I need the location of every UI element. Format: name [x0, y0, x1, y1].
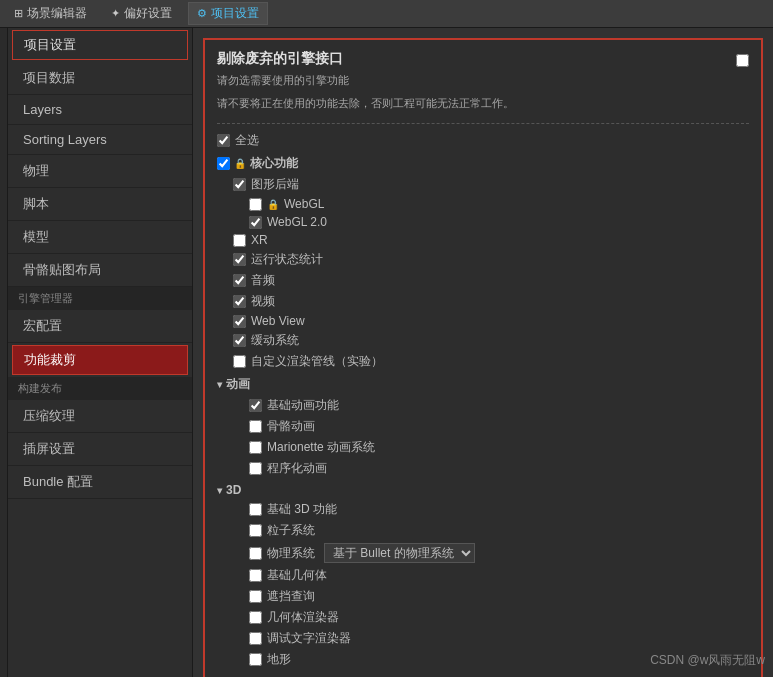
sidebar-label-layers: Layers [23, 102, 62, 117]
label-webview: Web View [251, 314, 305, 328]
check-item-webgl: 🔒 WebGL [217, 195, 749, 213]
label-video: 视频 [251, 293, 275, 310]
check-item-video: 视频 [217, 291, 749, 312]
checkbox-graphics-backend[interactable] [233, 178, 246, 191]
sidebar-item-feature-clipping[interactable]: 功能裁剪 [12, 345, 188, 375]
check-item-skeleton-animation: 骨骼动画 [217, 416, 749, 437]
project-settings-tab[interactable]: ⚙ 项目设置 [188, 2, 268, 25]
checkbox-tween[interactable] [233, 334, 246, 347]
label-skeleton-animation: 骨骼动画 [267, 418, 315, 435]
sidebar-item-physics[interactable]: 物理 [8, 155, 192, 188]
chevron-animation: ▾ [217, 379, 222, 390]
sidebar-label-script: 脚本 [23, 196, 49, 211]
label-debug-text-renderer: 调试文字渲染器 [267, 630, 351, 647]
checkbox-core-feature[interactable] [217, 157, 230, 170]
checkbox-select-all[interactable] [217, 134, 230, 147]
scene-editor-label: 场景编辑器 [27, 5, 87, 22]
checkbox-webgl[interactable] [249, 198, 262, 211]
check-item-webview: Web View [217, 312, 749, 330]
scene-editor-tab[interactable]: ⊞ 场景编辑器 [6, 3, 95, 24]
section-core-feature: 🔒 核心功能 [217, 151, 749, 174]
checkbox-audio[interactable] [233, 274, 246, 287]
main-layout: 项目设置 项目数据 Layers Sorting Layers 物理 脚本 模型… [0, 28, 773, 677]
checkbox-basic-animation[interactable] [249, 399, 262, 412]
label-physics-system: 物理系统 [267, 545, 315, 562]
section-animation: ▾ 动画 [217, 372, 749, 395]
sidebar-item-compress-texture[interactable]: 压缩纹理 [8, 400, 192, 433]
checkbox-basic-geometry[interactable] [249, 569, 262, 582]
check-item-runtime-stats: 运行状态统计 [217, 249, 749, 270]
sidebar-item-project-settings[interactable]: 项目设置 [12, 30, 188, 60]
label-runtime-stats: 运行状态统计 [251, 251, 323, 268]
sidebar-item-layers[interactable]: Layers [8, 95, 192, 125]
section-3d: ▾ 3D [217, 479, 749, 499]
label-particle-system: 粒子系统 [267, 522, 315, 539]
checkbox-skeleton-animation[interactable] [249, 420, 262, 433]
sidebar-label-project-data: 项目数据 [23, 70, 75, 85]
label-geometry-renderer: 几何体渲染器 [267, 609, 339, 626]
sidebar-item-project-data[interactable]: 项目数据 [8, 62, 192, 95]
sidebar-label-skeleton-layout: 骨骼贴图布局 [23, 262, 101, 277]
label-webgl2: WebGL 2.0 [267, 215, 327, 229]
feature-title: 剔除废弃的引擎接口 [217, 50, 514, 68]
sidebar-item-splash-settings[interactable]: 插屏设置 [8, 433, 192, 466]
sidebar-label-feature-clipping: 功能裁剪 [24, 352, 76, 367]
checkbox-procedural-animation[interactable] [249, 462, 262, 475]
checkbox-runtime-stats[interactable] [233, 253, 246, 266]
label-core-feature: 核心功能 [250, 155, 298, 172]
checkbox-occlusion-query[interactable] [249, 590, 262, 603]
sidebar-label-model: 模型 [23, 229, 49, 244]
check-item-physics-system: 物理系统 基于 Bullet 的物理系统 内置物理系统 Cannon.js [217, 541, 749, 565]
check-item-marionette: Marionette 动画系统 [217, 437, 749, 458]
sidebar-item-macro-config[interactable]: 宏配置 [8, 310, 192, 343]
check-item-webgl2: WebGL 2.0 [217, 213, 749, 231]
sidebar-item-sorting-layers[interactable]: Sorting Layers [8, 125, 192, 155]
check-item-graphics-backend: 图形后端 [217, 174, 749, 195]
sidebar-item-bundle-config[interactable]: Bundle 配置 [8, 466, 192, 499]
sidebar-active-label: 项目设置 [24, 37, 76, 52]
scene-editor-icon: ⊞ [14, 7, 23, 20]
checkbox-terrain[interactable] [249, 653, 262, 666]
label-basic-animation: 基础动画功能 [267, 397, 339, 414]
label-procedural-animation: 程序化动画 [267, 460, 327, 477]
checkbox-geometry-renderer[interactable] [249, 611, 262, 624]
check-item-occlusion-query: 遮挡查询 [217, 586, 749, 607]
sidebar-label-bundle-config: Bundle 配置 [23, 474, 93, 489]
check-item-xr: XR [217, 231, 749, 249]
feature-panel-wrapper: 剔除废弃的引擎接口 请勿选需要使用的引擎功能 请不要将正在使用的功能去除，否则工… [203, 38, 763, 677]
checkbox-debug-text-renderer[interactable] [249, 632, 262, 645]
physics-system-select[interactable]: 基于 Bullet 的物理系统 内置物理系统 Cannon.js [324, 543, 475, 563]
checkbox-webgl2[interactable] [249, 216, 262, 229]
checkbox-webview[interactable] [233, 315, 246, 328]
check-item-audio: 音频 [217, 270, 749, 291]
sidebar-item-skeleton-layout[interactable]: 骨骼贴图布局 [8, 254, 192, 287]
sidebar-label-splash-settings: 插屏设置 [23, 441, 75, 456]
checkbox-particle-system[interactable] [249, 524, 262, 537]
label-animation: 动画 [226, 376, 250, 393]
label-graphics-backend: 图形后端 [251, 176, 299, 193]
label-3d: 3D [226, 483, 241, 497]
checkbox-physics-system[interactable] [249, 547, 262, 560]
preferences-tab[interactable]: ✦ 偏好设置 [103, 3, 180, 24]
preferences-icon: ✦ [111, 7, 120, 20]
top-bar: ⊞ 场景编辑器 ✦ 偏好设置 ⚙ 项目设置 [0, 0, 773, 28]
top-right-checkbox[interactable] [736, 54, 749, 67]
feature-desc-line2: 请不要将正在使用的功能去除，否则工程可能无法正常工作。 [217, 95, 514, 112]
label-custom-render: 自定义渲染管线（实验） [251, 353, 383, 370]
checkbox-custom-render[interactable] [233, 355, 246, 368]
check-item-tween: 缓动系统 [217, 330, 749, 351]
sidebar-item-model[interactable]: 模型 [8, 221, 192, 254]
engine-manager-label: 引擎管理器 [8, 287, 192, 310]
check-item-custom-render: 自定义渲染管线（实验） [217, 351, 749, 372]
project-settings-label: 项目设置 [211, 5, 259, 22]
label-basic-3d: 基础 3D 功能 [267, 501, 337, 518]
label-webgl: WebGL [284, 197, 324, 211]
label-terrain: 地形 [267, 651, 291, 668]
checkbox-xr[interactable] [233, 234, 246, 247]
label-basic-geometry: 基础几何体 [267, 567, 327, 584]
checkbox-video[interactable] [233, 295, 246, 308]
check-item-select-all: 全选 [217, 130, 749, 151]
checkbox-marionette[interactable] [249, 441, 262, 454]
checkbox-basic-3d[interactable] [249, 503, 262, 516]
sidebar-item-script[interactable]: 脚本 [8, 188, 192, 221]
